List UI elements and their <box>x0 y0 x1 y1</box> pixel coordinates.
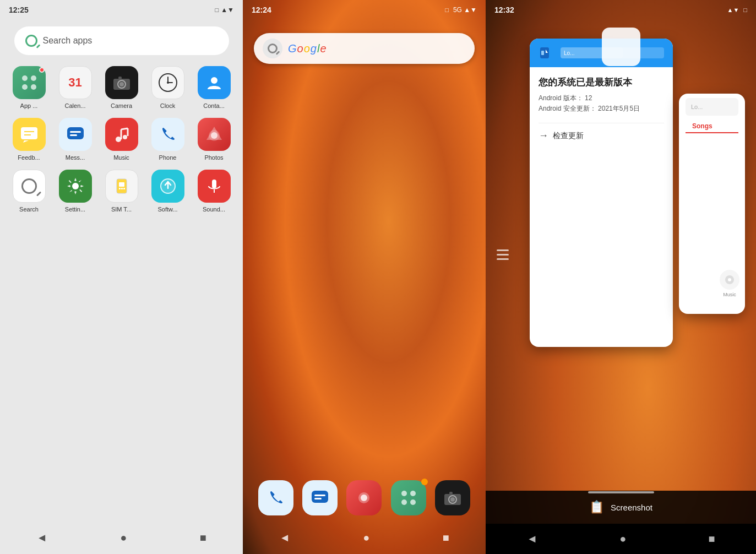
app-item-phone[interactable]: Phone <box>147 118 189 161</box>
svg-point-3 <box>31 84 36 90</box>
svg-rect-33 <box>212 180 216 188</box>
network-icon-2: 5G ▲▼ <box>453 6 477 14</box>
recents-button-1[interactable]: ■ <box>200 531 206 544</box>
app-label-contacts: Conta... <box>203 102 225 109</box>
app-item-appvault[interactable]: App ... <box>8 66 50 109</box>
svg-point-41 <box>410 491 416 496</box>
svg-rect-17 <box>70 131 81 133</box>
svg-rect-31 <box>123 188 125 189</box>
recent-card-music[interactable]: Lo... Songs Music <box>679 94 745 314</box>
app-icon-simt <box>105 170 138 203</box>
status-time-3: 12:32 <box>494 6 514 14</box>
dock-appvault[interactable] <box>391 480 426 515</box>
app-label-calendar: Calen... <box>65 102 86 109</box>
app-item-messages[interactable]: Mess... <box>55 118 96 161</box>
app-icon-settings <box>59 170 92 203</box>
search-icon <box>25 35 37 47</box>
svg-point-46 <box>450 497 455 502</box>
app-item-simt[interactable]: SIM T... <box>101 170 143 213</box>
svg-point-39 <box>361 495 367 501</box>
home-screen-panel: 12:24 □ 5G ▲▼ Google <box>243 0 486 554</box>
status-bar-1: 12:25 □ ▲▼ <box>0 0 243 20</box>
back-button-3[interactable]: ◄ <box>527 533 538 545</box>
app-label-appvault: App ... <box>20 102 38 109</box>
svg-point-12 <box>211 77 217 84</box>
back-button-2[interactable]: ◄ <box>279 531 290 544</box>
dock-photos[interactable] <box>346 480 382 515</box>
app-icon-software <box>151 170 184 203</box>
svg-point-40 <box>401 491 407 496</box>
search-placeholder: Search apps <box>43 36 93 46</box>
app-item-software[interactable]: Softw... <box>147 170 189 213</box>
dock-phone[interactable] <box>258 480 293 515</box>
badge-dot-appvault <box>39 67 45 73</box>
screenshot-icon: 📋 <box>589 500 604 514</box>
google-search-bar[interactable]: Google <box>254 33 475 64</box>
google-search-icon <box>263 39 282 58</box>
app-drawer-panel: 12:25 □ ▲▼ Search apps App ... 31 Calen.… <box>0 0 243 554</box>
music-search-mini: Lo... <box>686 98 738 116</box>
app-search-bar[interactable]: Search apps <box>14 26 229 55</box>
recents-button-3[interactable]: ■ <box>708 533 715 545</box>
music-card-body <box>679 135 745 169</box>
app-icon-photos <box>198 118 231 151</box>
status-icons-1: □ ▲▼ <box>215 6 234 14</box>
screenshot-bar[interactable]: 📋 Screenshot <box>486 491 756 524</box>
app-item-sound[interactable]: Sound... <box>193 170 235 213</box>
svg-rect-13 <box>21 127 37 139</box>
badge-dot-dock-appvault <box>421 479 428 485</box>
svg-point-26 <box>72 183 79 189</box>
app-item-camera[interactable]: Camera <box>101 66 143 109</box>
nav-bar-2: ◄ ● ■ <box>243 521 486 554</box>
settings-android-version: Android 版本： 12 <box>539 93 664 104</box>
app-icon-sound <box>198 170 231 203</box>
home-button-1[interactable]: ● <box>120 531 127 544</box>
recent-cards-area: Lo... 您的系统已是最新版本 Android 版本： 12 Android … <box>486 28 756 488</box>
app-icon-search <box>13 170 46 203</box>
recent-apps-panel: 12:32 ▲▼ □ Lo... 您的系统 <box>486 0 756 554</box>
status-time-2: 12:24 <box>252 6 271 14</box>
recents-button-2[interactable]: ■ <box>443 531 449 544</box>
magnifier-icon <box>268 44 278 53</box>
app-label-software: Softw... <box>157 206 177 213</box>
battery-icon-1: □ <box>215 7 219 13</box>
card-content-settings: 您的系统已是最新版本 Android 版本： 12 Android 安全更新： … <box>530 67 673 150</box>
music-label-mini: Music <box>723 292 736 297</box>
svg-rect-35 <box>312 491 328 503</box>
battery-icon-3: □ <box>743 7 747 13</box>
app-item-feedback[interactable]: Feedb... <box>8 118 50 161</box>
app-label-photos: Photos <box>204 154 223 161</box>
app-item-music[interactable]: Music <box>101 118 143 161</box>
app-label-feedback: Feedb... <box>18 154 40 161</box>
arrow-right-icon: → <box>539 130 548 142</box>
settings-check-update-row[interactable]: → 检查更新 <box>539 123 664 142</box>
dock-camera[interactable] <box>435 480 470 515</box>
home-button-2[interactable]: ● <box>363 531 369 544</box>
battery-icon-2: □ <box>445 7 449 13</box>
app-item-search[interactable]: Search <box>8 170 50 213</box>
app-item-contacts[interactable]: Conta... <box>193 66 235 109</box>
app-icon-clock <box>151 66 184 99</box>
app-label-simt: SIM T... <box>111 206 132 213</box>
app-icon-appvault <box>13 66 46 99</box>
app-icon-music <box>105 118 138 151</box>
svg-rect-7 <box>118 77 122 79</box>
music-disc-icon <box>720 270 739 290</box>
home-button-3[interactable]: ● <box>619 533 626 545</box>
app-icon-messages <box>59 118 92 151</box>
app-item-clock[interactable]: Clock <box>147 66 189 109</box>
google-logo: Google <box>288 42 327 55</box>
status-icons-3: ▲▼ □ <box>727 7 747 13</box>
dock-messages[interactable] <box>302 480 338 515</box>
settings-update-icon <box>539 47 551 59</box>
app-item-settings[interactable]: Settin... <box>55 170 96 213</box>
svg-point-0 <box>22 75 28 81</box>
app-item-calendar[interactable]: 31 Calen... <box>55 66 96 109</box>
svg-point-1 <box>31 75 36 81</box>
app-item-photos[interactable]: Photos <box>193 118 235 161</box>
back-button-1[interactable]: ◄ <box>36 531 47 544</box>
recent-card-settings[interactable]: Lo... 您的系统已是最新版本 Android 版本： 12 Android … <box>530 39 673 347</box>
music-songs-tab[interactable]: Songs <box>686 120 738 133</box>
dock-bar <box>254 480 475 515</box>
wallpaper <box>243 0 486 554</box>
